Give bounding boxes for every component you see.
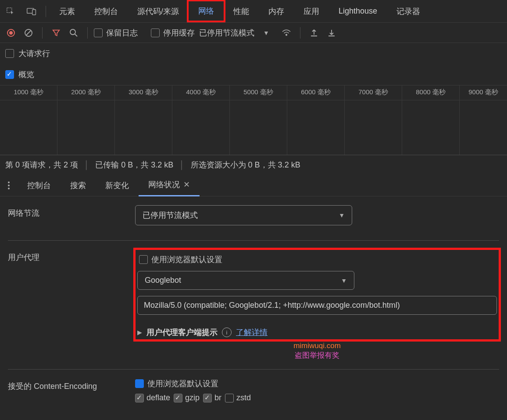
separator bbox=[46, 6, 46, 17]
status-transferred: 已传输 0 B，共 3.2 kB bbox=[95, 160, 173, 170]
svg-point-9 bbox=[286, 34, 287, 36]
watermark-line2: 盗图举报有奖 bbox=[135, 350, 499, 360]
search-icon[interactable] bbox=[66, 25, 81, 40]
encoding-default-checkbox[interactable]: 使用浏览器默认设置 bbox=[135, 378, 499, 389]
ua-string-input[interactable] bbox=[137, 296, 497, 315]
tab-recorder[interactable]: 记录器 bbox=[387, 0, 430, 23]
upload-icon[interactable] bbox=[307, 25, 321, 40]
timeline-tick: 2000 毫秒 bbox=[57, 88, 114, 100]
timeline-tick: 7000 毫秒 bbox=[345, 88, 402, 100]
tab-sources[interactable]: 源代码/来源 bbox=[128, 0, 189, 23]
svg-point-10 bbox=[8, 182, 10, 183]
preserve-log-checkbox[interactable]: 保留日志 bbox=[94, 28, 138, 38]
timeline-tick: 5000 毫秒 bbox=[230, 88, 287, 100]
tab-lighthouse[interactable]: Lighthouse bbox=[329, 0, 387, 23]
chevron-down-icon: ▼ bbox=[339, 212, 345, 219]
throttle-row: 网络节流 已停用节流模式 ▼ bbox=[8, 196, 499, 241]
tab-network[interactable]: 网络 bbox=[187, 0, 225, 22]
drawer-tabs: 控制台 搜索 新变化 网络状况 ✕ bbox=[0, 174, 507, 196]
preserve-log-label: 保留日志 bbox=[106, 28, 138, 38]
ua-default-label: 使用浏览器默认设置 bbox=[151, 254, 222, 265]
record-button[interactable] bbox=[4, 25, 18, 40]
overview-label: 概览 bbox=[18, 69, 34, 80]
status-selected: 所选资源大小为 0 B，共 3.2 kB bbox=[191, 160, 300, 170]
svg-line-8 bbox=[75, 34, 77, 36]
option-overview[interactable]: 概览 bbox=[0, 64, 507, 85]
network-status-bar: 第 0 项请求，共 2 项 │ 已传输 0 B，共 3.2 kB │ 所选资源大… bbox=[0, 155, 507, 174]
encoding-deflate[interactable]: deflate bbox=[135, 393, 170, 402]
drawer-tab-network-conditions[interactable]: 网络状况 ✕ bbox=[139, 174, 200, 196]
option-big-request-rows[interactable]: 大请求行 bbox=[0, 43, 507, 64]
tab-performance[interactable]: 性能 bbox=[224, 0, 259, 23]
network-toolbar: 保留日志 停用缓存 已停用节流模式 ▼ bbox=[0, 23, 507, 43]
encoding-gzip[interactable]: gzip bbox=[174, 393, 200, 402]
client-hints-label: 用户代理客户端提示 bbox=[146, 327, 218, 338]
svg-point-4 bbox=[9, 31, 13, 35]
separator bbox=[87, 27, 88, 39]
info-icon[interactable]: i bbox=[222, 327, 232, 337]
watermark: mimiwuqi.com 盗图举报有奖 bbox=[135, 342, 499, 360]
encoding-options: deflate gzip br zstd bbox=[135, 393, 499, 402]
content-encoding-row: 接受的 Content-Encoding 使用浏览器默认设置 deflate g… bbox=[8, 370, 499, 411]
filter-icon[interactable] bbox=[49, 25, 64, 40]
user-agent-row: 用户代理 使用浏览器默认设置 Googlebot ▼ ▶ 用户代理客户端提示 i… bbox=[8, 241, 499, 369]
ua-default-checkbox[interactable]: 使用浏览器默认设置 bbox=[137, 252, 497, 271]
throttle-label: 网络节流 bbox=[8, 205, 135, 218]
separator bbox=[300, 27, 300, 39]
chevron-down-icon[interactable]: ▼ bbox=[263, 29, 269, 36]
clear-button[interactable] bbox=[21, 25, 36, 40]
chevron-down-icon: ▼ bbox=[341, 277, 347, 284]
drawer-tab-label: 网络状况 bbox=[148, 179, 180, 190]
throttle-dropdown[interactable]: 已停用节流模式 bbox=[199, 28, 254, 38]
svg-line-6 bbox=[26, 31, 31, 35]
big-request-rows-label: 大请求行 bbox=[18, 48, 50, 59]
timeline-tick: 4000 毫秒 bbox=[172, 88, 229, 100]
ua-preset-select[interactable]: Googlebot ▼ bbox=[137, 271, 354, 290]
device-icon[interactable] bbox=[21, 0, 42, 23]
svg-point-12 bbox=[8, 188, 10, 189]
disable-cache-checkbox[interactable]: 停用缓存 bbox=[151, 28, 195, 38]
svg-point-7 bbox=[70, 29, 75, 35]
learn-more-link[interactable]: 了解详情 bbox=[236, 327, 268, 338]
tab-console[interactable]: 控制台 bbox=[85, 0, 128, 23]
content-encoding-label: 接受的 Content-Encoding bbox=[8, 378, 135, 392]
watermark-line1: mimiwuqi.com bbox=[135, 342, 499, 350]
encoding-br[interactable]: br bbox=[203, 393, 221, 402]
encoding-zstd[interactable]: zstd bbox=[225, 393, 251, 402]
more-icon[interactable] bbox=[0, 181, 18, 190]
svg-rect-2 bbox=[32, 9, 36, 14]
timeline-tick: 1000 毫秒 bbox=[0, 88, 57, 100]
tab-elements[interactable]: 元素 bbox=[50, 0, 85, 23]
tab-application[interactable]: 应用 bbox=[294, 0, 329, 23]
network-conditions-panel: 网络节流 已停用节流模式 ▼ 用户代理 使用浏览器默认设置 Googlebot … bbox=[0, 196, 507, 411]
user-agent-label: 用户代理 bbox=[8, 249, 135, 263]
drawer-tab-search[interactable]: 搜索 bbox=[61, 174, 96, 196]
throttle-select[interactable]: 已停用节流模式 ▼ bbox=[135, 205, 352, 225]
close-icon[interactable]: ✕ bbox=[183, 180, 190, 189]
wifi-icon[interactable] bbox=[279, 25, 294, 40]
client-hints-row[interactable]: ▶ 用户代理客户端提示 i 了解详情 bbox=[137, 327, 497, 338]
timeline-tick: 8000 毫秒 bbox=[402, 88, 459, 100]
expand-triangle-icon[interactable]: ▶ bbox=[137, 329, 142, 336]
devtools-main-tabs: 元素 控制台 源代码/来源 网络 性能 内存 应用 Lighthouse 记录器 bbox=[0, 0, 507, 23]
download-icon[interactable] bbox=[324, 25, 339, 40]
timeline-tick: 9000 毫秒 bbox=[460, 88, 507, 100]
encoding-default-label: 使用浏览器默认设置 bbox=[147, 378, 218, 389]
ua-preset-value: Googlebot bbox=[145, 276, 181, 285]
throttle-value: 已停用节流模式 bbox=[143, 210, 198, 221]
drawer-tab-console[interactable]: 控制台 bbox=[18, 174, 61, 196]
tab-memory[interactable]: 内存 bbox=[259, 0, 294, 23]
timeline-tick: 3000 毫秒 bbox=[115, 88, 172, 100]
disable-cache-label: 停用缓存 bbox=[163, 28, 195, 38]
highlight-box: 使用浏览器默认设置 Googlebot ▼ ▶ 用户代理客户端提示 i 了解详情 bbox=[133, 248, 501, 342]
drawer-tab-changes[interactable]: 新变化 bbox=[96, 174, 139, 196]
timeline-tick: 6000 毫秒 bbox=[287, 88, 344, 100]
inspect-icon[interactable] bbox=[0, 0, 21, 23]
svg-point-11 bbox=[8, 185, 10, 186]
separator bbox=[42, 27, 43, 39]
status-requests: 第 0 项请求，共 2 项 bbox=[5, 160, 78, 170]
timeline-overview[interactable]: 1000 毫秒 2000 毫秒 3000 毫秒 4000 毫秒 5000 毫秒 … bbox=[0, 85, 507, 155]
